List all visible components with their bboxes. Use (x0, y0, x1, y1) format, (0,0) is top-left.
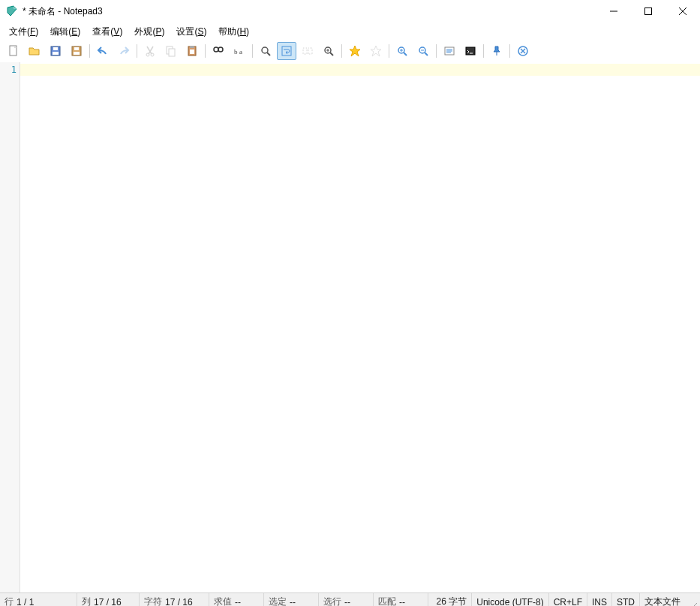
status-insert-mode[interactable]: INS (587, 593, 612, 606)
open-file-icon[interactable] (25, 42, 44, 60)
line-numbers-icon[interactable] (319, 42, 338, 60)
paste-icon[interactable] (182, 42, 202, 60)
svg-rect-13 (190, 46, 194, 48)
svg-rect-21 (303, 48, 307, 54)
svg-rect-4 (53, 47, 58, 50)
svg-text:b: b (234, 48, 238, 56)
status-value[interactable]: 求值-- (209, 593, 264, 606)
menu-help[interactable]: 帮助(H) (212, 24, 255, 40)
favorite-icon[interactable] (345, 42, 365, 60)
maximize-button[interactable] (631, 0, 665, 22)
clear-icon[interactable] (513, 42, 533, 60)
menu-appearance[interactable]: 外观(P) (128, 24, 170, 40)
toolbar-separator (389, 44, 389, 58)
current-line-highlight (20, 64, 700, 76)
menu-bar: 文件(F) 编辑(E) 查看(V) 外观(P) 设置(S) 帮助(H) (0, 23, 700, 40)
toolbar-separator (137, 44, 137, 58)
status-selection[interactable]: 选定-- (264, 593, 319, 606)
replace-icon[interactable]: ba (230, 42, 249, 60)
close-button[interactable] (665, 0, 700, 22)
toolbar-separator (509, 44, 510, 58)
save-icon[interactable] (46, 42, 65, 60)
svg-rect-3 (53, 52, 59, 55)
menu-edit[interactable]: 编辑(E) (44, 24, 86, 40)
menu-settings[interactable]: 设置(S) (170, 24, 212, 40)
console-icon[interactable] (461, 42, 480, 60)
status-std[interactable]: STD (612, 593, 640, 606)
toolbar-separator (341, 44, 342, 58)
svg-point-19 (262, 47, 268, 53)
svg-rect-22 (308, 48, 312, 54)
menu-file[interactable]: 文件(F) (3, 24, 44, 40)
title-bar: * 未命名 - Notepad3 (0, 0, 700, 23)
status-sel-lines[interactable]: 选行-- (319, 593, 374, 606)
toolbar-separator (483, 44, 484, 58)
svg-rect-14 (190, 50, 194, 54)
window-title: * 未命名 - Notepad3 (23, 5, 103, 18)
word-wrap-icon[interactable] (277, 42, 296, 60)
app-icon (6, 5, 18, 17)
editor-area: 1 (0, 62, 700, 592)
status-filetype[interactable]: 文本文件 (640, 593, 685, 606)
toolbar-separator (252, 44, 253, 58)
pin-icon[interactable] (487, 42, 506, 60)
undo-icon[interactable] (93, 42, 113, 60)
copy-icon[interactable] (161, 42, 181, 60)
status-bar: 行1 / 1 列17 / 16 字符17 / 16 求值-- 选定-- 选行--… (0, 592, 700, 606)
save-as-icon[interactable] (67, 42, 86, 60)
svg-point-9 (151, 53, 154, 56)
zoom-icon[interactable] (256, 42, 275, 60)
redo-icon[interactable] (114, 42, 134, 60)
svg-rect-6 (74, 52, 80, 55)
status-bytes[interactable]: 26 字节 (428, 593, 472, 606)
svg-rect-7 (74, 47, 79, 50)
menu-view[interactable]: 查看(V) (86, 24, 128, 40)
zoom-in-icon[interactable] (392, 42, 412, 60)
line-number: 1 (0, 64, 20, 76)
minimize-button[interactable] (596, 0, 631, 22)
status-line[interactable]: 行1 / 1 (0, 593, 77, 606)
status-match[interactable]: 匹配-- (374, 593, 428, 606)
status-column[interactable]: 列17 / 16 (77, 593, 140, 606)
show-whitespace-icon[interactable] (298, 42, 317, 60)
zoom-out-icon[interactable] (413, 42, 433, 60)
svg-rect-0 (645, 8, 652, 15)
toolbar-separator (436, 44, 437, 58)
toolbar-separator (89, 44, 90, 58)
add-favorite-icon[interactable] (366, 42, 386, 60)
scheme-icon[interactable] (440, 42, 459, 60)
status-encoding[interactable]: Unicode (UTF-8) (472, 593, 548, 606)
new-file-icon[interactable] (4, 42, 23, 60)
find-icon[interactable] (209, 42, 228, 60)
svg-text:a: a (239, 48, 242, 56)
cut-icon[interactable] (140, 42, 160, 60)
toolbar-separator (205, 44, 206, 58)
resize-grip[interactable] (685, 592, 700, 606)
toolbar: ba (0, 40, 700, 62)
status-char[interactable]: 字符17 / 16 (140, 593, 209, 606)
status-eol[interactable]: CR+LF (549, 593, 587, 606)
line-number-gutter: 1 (0, 62, 20, 592)
svg-rect-11 (169, 49, 175, 56)
svg-point-8 (146, 53, 149, 56)
text-editor[interactable] (20, 62, 700, 592)
